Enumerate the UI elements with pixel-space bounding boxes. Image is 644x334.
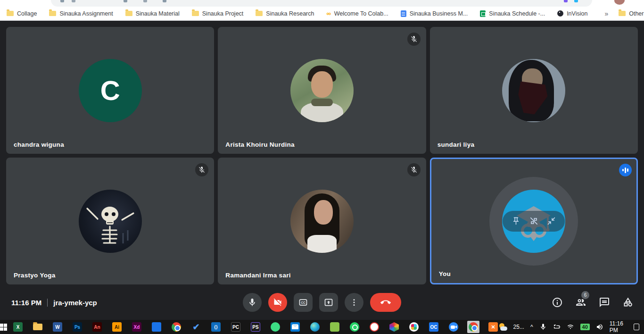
taskbar-illustrator[interactable]: Ai (111, 321, 123, 333)
taskbar-photoshop[interactable]: Ps (71, 321, 83, 333)
photo-avatar-skeleton (79, 190, 142, 253)
bookmarks-bar: Collage Sinauka Assignment Sinauka Mater… (0, 7, 644, 21)
invision-icon (557, 10, 563, 17)
weather-icon[interactable] (499, 323, 507, 331)
toolbar-sliver (124, 0, 127, 2)
bookmark-sinauka-schedule[interactable]: Sinauka Schedule -... (480, 10, 545, 17)
audio-level-indicator (619, 164, 632, 176)
captions-button[interactable]: CC (294, 293, 313, 312)
video-grid: C chandra wiguna Arista Khoiru Nurdina s… (0, 21, 644, 285)
pin-icon[interactable] (512, 217, 520, 225)
volume-icon[interactable] (596, 323, 603, 331)
taskbar-excel[interactable]: X (12, 321, 24, 333)
bookmark-sinauka-material[interactable]: Sinauka Material (125, 10, 180, 17)
more-vert-icon (349, 298, 359, 307)
bookmark-sinauka-research[interactable]: Sinauka Research (256, 10, 314, 17)
bookmark-sinauka-project[interactable]: Sinauka Project (192, 10, 244, 17)
folder-icon (33, 324, 42, 330)
divider (47, 299, 48, 307)
participant-tile-sundari[interactable]: sundari liya (430, 27, 638, 154)
present-to-all-icon (324, 298, 333, 307)
taskbar-android-emulator[interactable] (329, 321, 341, 333)
taskbar-chrome-active[interactable] (467, 321, 479, 333)
taskbar-oc-app[interactable]: OC (428, 321, 440, 333)
weather-temperature[interactable]: 25... (513, 324, 524, 330)
picture-in-picture-off-icon[interactable] (529, 217, 538, 225)
taskbar-mail[interactable] (289, 321, 301, 333)
windows-taskbar: X W Ps An Ai Xd ✔ ⟨⟩ PC PS OC ✕ 25... ^ (0, 320, 644, 334)
bookmark-collage[interactable]: Collage (7, 10, 37, 17)
extension-icon[interactable] (564, 0, 568, 2)
bookmark-sinauka-assignment[interactable]: Sinauka Assignment (49, 10, 113, 17)
battery-percent-badge[interactable]: 40 (580, 324, 590, 330)
taskbar-vscode[interactable]: ⟨⟩ (210, 321, 222, 333)
battery-icon[interactable] (553, 323, 561, 331)
toolbar-sliver (72, 0, 75, 2)
call-end-icon (380, 297, 391, 308)
photo-avatar (502, 59, 565, 122)
bookmarks-overflow-chevron[interactable]: » (600, 10, 613, 17)
camera-off-button[interactable] (268, 293, 287, 312)
tray-overflow-chevron[interactable]: ^ (530, 324, 533, 330)
other-bookmarks[interactable]: Other bookmarks (619, 10, 644, 17)
participant-tile-ramandani[interactable]: Ramandani Irma sari (218, 158, 426, 284)
browser-profile-avatar[interactable] (614, 0, 625, 5)
clock-time: 11:16 PM (11, 299, 41, 307)
participants-button[interactable]: 6 (575, 297, 586, 308)
self-tile-hover-controls (503, 211, 565, 232)
start-button[interactable] (0, 320, 7, 334)
taskbar-adobe-xd[interactable]: Xd (131, 321, 143, 333)
more-options-button[interactable] (345, 293, 363, 312)
taskbar-edge[interactable] (309, 321, 321, 333)
participant-tile-you[interactable]: You (430, 158, 638, 284)
participant-name: Ramandani Irma sari (225, 272, 291, 279)
participant-tile-prastyo[interactable]: Prastyo Yoga (6, 158, 214, 284)
taskbar-xampp[interactable]: ✕ (487, 321, 499, 333)
taskbar-zoom[interactable] (447, 321, 460, 333)
folder-icon (49, 11, 56, 16)
bookmark-colab[interactable]: ∞ Welcome To Colab... (326, 10, 388, 17)
activities-button[interactable] (622, 297, 634, 308)
taskbar-phpstorm[interactable]: PS (249, 321, 262, 333)
meeting-details-button[interactable] (552, 297, 563, 308)
action-center-icon[interactable] (634, 324, 640, 330)
taskbar-word[interactable]: W (51, 321, 64, 333)
photo-avatar (290, 59, 354, 122)
chat-button[interactable] (599, 297, 610, 308)
participant-tile-chandra[interactable]: C chandra wiguna (6, 27, 214, 154)
taskbar-todo[interactable]: ✔ (190, 321, 202, 333)
taskbar-whatsapp[interactable] (348, 321, 361, 333)
taskbar-calendar[interactable] (150, 321, 163, 333)
participant-name: sundari liya (438, 141, 475, 148)
folder-icon (125, 11, 132, 16)
taskbar-slack[interactable] (408, 321, 420, 333)
participant-tile-arista[interactable]: Arista Khoiru Nurdina (218, 27, 426, 154)
bookmark-sinauka-business[interactable]: Sinauka Business M... (401, 10, 468, 17)
mic-tray-icon[interactable] (539, 323, 547, 331)
taskbar-hexagon-app[interactable] (388, 321, 400, 333)
toolbar-sliver (60, 0, 64, 2)
taskbar-red-logo-app[interactable] (368, 321, 380, 333)
folder-icon (7, 11, 14, 16)
taskbar-chrome[interactable] (170, 321, 182, 333)
folder-icon (192, 11, 199, 16)
wifi-icon[interactable] (567, 323, 574, 331)
taskbar-pc-app[interactable]: PC (230, 321, 242, 333)
toolbar-sliver (163, 0, 166, 2)
minimize-icon[interactable] (547, 217, 556, 225)
svg-text:CC: CC (301, 301, 305, 304)
participant-name: You (439, 270, 451, 277)
extension-icon[interactable] (574, 0, 578, 2)
mic-button[interactable] (243, 293, 262, 312)
address-bar[interactable] (51, 0, 592, 7)
taskbar-animate[interactable]: An (91, 321, 103, 333)
bookmark-invision[interactable]: InVision (557, 10, 587, 17)
clock[interactable]: 11:16 PM (610, 320, 627, 334)
participant-name: Arista Khoiru Nurdina (225, 141, 295, 148)
end-call-button[interactable] (370, 293, 401, 312)
present-button[interactable] (319, 293, 338, 312)
call-controls: CC (243, 293, 401, 312)
taskbar-file-explorer[interactable] (32, 321, 44, 333)
activities-icon (622, 297, 634, 308)
taskbar-android-studio[interactable] (269, 321, 281, 333)
